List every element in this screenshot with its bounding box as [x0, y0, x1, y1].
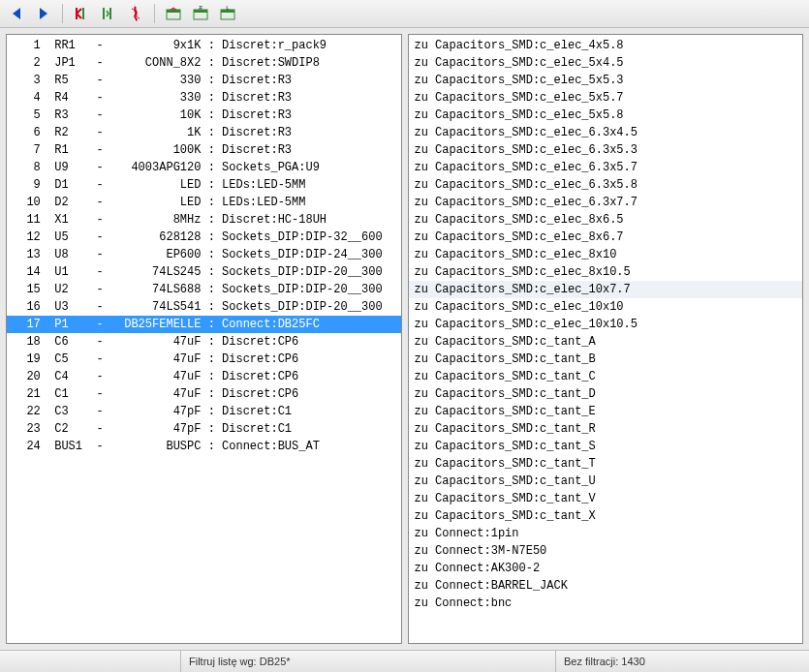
- component-row[interactable]: 19 C5 - 47uF : Discret:CP6: [7, 351, 401, 368]
- status-bar: Filtruj listę wg: DB25* Bez filtracji: 1…: [0, 650, 809, 672]
- component-row[interactable]: 7 R1 - 100K : Discret:R3: [7, 141, 401, 159]
- footprint-row[interactable]: zu Connect:bnc: [409, 595, 803, 612]
- svg-text:#: #: [199, 6, 202, 12]
- status-filter: Filtruj listę wg: DB25*: [180, 651, 555, 672]
- footprints-list[interactable]: zu Capacitors_SMD:c_elec_4x5.8zu Capacit…: [409, 35, 803, 643]
- footprint-row[interactable]: zu Capacitors_SMD:c_tant_D: [409, 385, 803, 403]
- component-row[interactable]: 16 U3 - 74LS541 : Sockets_DIP:DIP-20__30…: [7, 298, 401, 316]
- footprint-row[interactable]: zu Capacitors_SMD:c_elec_10x10: [409, 298, 803, 316]
- footprint-row[interactable]: zu Capacitors_SMD:c_elec_10x10.5: [409, 316, 803, 333]
- footprint-row[interactable]: zu Capacitors_SMD:c_elec_6.3x5.8: [409, 176, 803, 194]
- footprint-row[interactable]: zu Capacitors_SMD:c_elec_8x6.7: [409, 229, 803, 246]
- component-row[interactable]: 3 R5 - 330 : Discret:R3: [7, 72, 401, 89]
- table-b-icon[interactable]: #: [188, 1, 213, 26]
- table-c-icon[interactable]: L: [215, 1, 240, 26]
- footprint-row[interactable]: zu Capacitors_SMD:c_elec_10x7.7: [409, 281, 803, 298]
- component-row[interactable]: 15 U2 - 74LS688 : Sockets_DIP:DIP-20__30…: [7, 281, 401, 298]
- component-row[interactable]: 9 D1 - LED : LEDs:LED-5MM: [7, 176, 401, 194]
- footprint-row[interactable]: zu Capacitors_SMD:c_elec_4x5.8: [409, 37, 803, 54]
- component-row[interactable]: 12 U5 - 628128 : Sockets_DIP:DIP-32__600: [7, 229, 401, 246]
- footprint-row[interactable]: zu Capacitors_SMD:c_tant_A: [409, 333, 803, 351]
- component-row[interactable]: 23 C2 - 47pF : Discret:C1: [7, 420, 401, 438]
- footprint-row[interactable]: zu Capacitors_SMD:c_elec_6.3x7.7: [409, 194, 803, 211]
- footprint-row[interactable]: zu Capacitors_SMD:c_tant_T: [409, 455, 803, 473]
- nav-forward-icon[interactable]: [31, 1, 56, 26]
- component-row[interactable]: 14 U1 - 74LS245 : Sockets_DIP:DIP-20__30…: [7, 263, 401, 281]
- nav-back-icon[interactable]: [4, 1, 29, 26]
- component-row[interactable]: 2 JP1 - CONN_8X2 : Discret:SWDIP8: [7, 54, 401, 72]
- svg-text:L: L: [226, 6, 230, 12]
- footprint-row[interactable]: zu Connect:BARREL_JACK: [409, 577, 803, 595]
- footprint-row[interactable]: zu Capacitors_SMD:c_elec_8x10.5: [409, 263, 803, 281]
- pdf-icon[interactable]: [123, 1, 148, 26]
- component-row[interactable]: 13 U8 - EP600 : Sockets_DIP:DIP-24__300: [7, 246, 401, 263]
- component-row[interactable]: 22 C3 - 47pF : Discret:C1: [7, 403, 401, 420]
- footprint-row[interactable]: zu Capacitors_SMD:c_tant_U: [409, 473, 803, 490]
- footprint-row[interactable]: zu Connect:AK300-2: [409, 560, 803, 577]
- component-row[interactable]: 21 C1 - 47uF : Discret:CP6: [7, 385, 401, 403]
- footprint-row[interactable]: zu Connect:3M-N7E50: [409, 542, 803, 560]
- footprint-row[interactable]: zu Capacitors_SMD:c_elec_6.3x4.5: [409, 124, 803, 141]
- footprint-row[interactable]: zu Capacitors_SMD:c_tant_R: [409, 420, 803, 438]
- component-row[interactable]: 6 R2 - 1K : Discret:R3: [7, 124, 401, 141]
- component-row[interactable]: 18 C6 - 47uF : Discret:CP6: [7, 333, 401, 351]
- footprint-row[interactable]: zu Capacitors_SMD:c_elec_5x5.8: [409, 107, 803, 124]
- toolbar-separator: [154, 4, 155, 23]
- footprint-row[interactable]: zu Capacitors_SMD:c_tant_E: [409, 403, 803, 420]
- component-row[interactable]: 20 C4 - 47uF : Discret:CP6: [7, 368, 401, 385]
- toolbar-separator: [62, 4, 63, 23]
- footprint-row[interactable]: zu Capacitors_SMD:c_elec_5x5.3: [409, 72, 803, 89]
- footprint-row[interactable]: zu Capacitors_SMD:c_tant_V: [409, 490, 803, 507]
- footprint-row[interactable]: zu Capacitors_SMD:c_elec_6.3x5.7: [409, 159, 803, 176]
- component-row[interactable]: 11 X1 - 8MHz : Discret:HC-18UH: [7, 211, 401, 229]
- tool-green-icon[interactable]: [96, 1, 121, 26]
- footprint-row[interactable]: zu Capacitors_SMD:c_tant_S: [409, 438, 803, 455]
- panes-container: 1 RR1 - 9x1K : Discret:r_pack9 2 JP1 - C…: [0, 28, 809, 650]
- component-row[interactable]: 4 R4 - 330 : Discret:R3: [7, 89, 401, 107]
- component-row[interactable]: 17 P1 - DB25FEMELLE : Connect:DB25FC: [7, 316, 401, 333]
- status-count: Bez filtracji: 1430: [555, 651, 809, 672]
- footprints-pane: zu Capacitors_SMD:c_elec_4x5.8zu Capacit…: [408, 34, 804, 644]
- table-a-icon[interactable]: [161, 1, 186, 26]
- status-spacer: [0, 651, 180, 672]
- component-row[interactable]: 5 R3 - 10K : Discret:R3: [7, 107, 401, 124]
- footprint-row[interactable]: zu Capacitors_SMD:c_tant_X: [409, 507, 803, 525]
- components-pane: 1 RR1 - 9x1K : Discret:r_pack9 2 JP1 - C…: [6, 34, 402, 644]
- footprint-row[interactable]: zu Capacitors_SMD:c_tant_B: [409, 351, 803, 368]
- component-row[interactable]: 8 U9 - 4003APG120 : Sockets_PGA:U9: [7, 159, 401, 176]
- footprint-row[interactable]: zu Capacitors_SMD:c_elec_6.3x5.3: [409, 141, 803, 159]
- components-list[interactable]: 1 RR1 - 9x1K : Discret:r_pack9 2 JP1 - C…: [7, 35, 401, 643]
- footprint-row[interactable]: zu Connect:1pin: [409, 525, 803, 542]
- footprint-row[interactable]: zu Capacitors_SMD:c_elec_8x6.5: [409, 211, 803, 229]
- component-row[interactable]: 10 D2 - LED : LEDs:LED-5MM: [7, 194, 401, 211]
- component-row[interactable]: 24 BUS1 - BUSPC : Connect:BUS_AT: [7, 438, 401, 455]
- footprint-row[interactable]: zu Capacitors_SMD:c_elec_5x4.5: [409, 54, 803, 72]
- footprint-row[interactable]: zu Capacitors_SMD:c_elec_5x5.7: [409, 89, 803, 107]
- footprint-row[interactable]: zu Capacitors_SMD:c_elec_8x10: [409, 246, 803, 263]
- component-row[interactable]: 1 RR1 - 9x1K : Discret:r_pack9: [7, 37, 401, 54]
- footprint-row[interactable]: zu Capacitors_SMD:c_tant_C: [409, 368, 803, 385]
- toolbar: #L: [0, 0, 809, 28]
- tool-red-icon[interactable]: [69, 1, 94, 26]
